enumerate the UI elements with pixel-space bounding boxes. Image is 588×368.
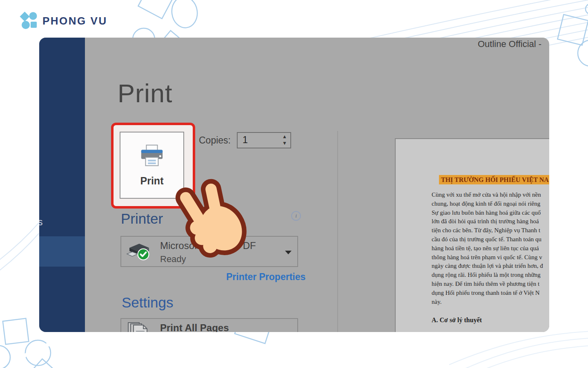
preview-subheading: A. Cơ sở lý thuyết — [432, 316, 482, 324]
printer-section-heading: Printer — [121, 211, 163, 227]
preview-line: tiện cho các bên. Từ đây, Nghiệp vụ Than… — [432, 226, 543, 235]
preview-line: dụng Hối phiếu trong thanh toán tế ở Việ… — [432, 289, 543, 298]
printer-icon — [139, 144, 165, 167]
sidebar-item-partial[interactable]: s — [39, 217, 43, 228]
brand-logo-icon — [20, 11, 38, 30]
preview-line: thông hàng hoá trên phạm vi quốc tế. Cùn… — [432, 253, 543, 262]
preview-line: Sự giao lưu buôn bán hàng hoá giữa các q… — [432, 209, 543, 218]
word-print-screenshot: Outline Official - s Print Print Copies: — [39, 38, 549, 332]
preview-line: ngày càng được thuận lợi và phát triển h… — [432, 262, 543, 271]
copies-label: Copies: — [199, 135, 231, 146]
preview-line: chung, hoạt động kinh tế đối ngoại nói r… — [432, 200, 543, 209]
print-button[interactable]: Print — [120, 132, 184, 199]
print-range-dropdown[interactable]: Print All Pages — [120, 318, 298, 332]
preview-paragraph: Cùng với xu thế mở cửa và hội nhập với n… — [432, 191, 543, 306]
page: PHONG VU Outline Official - s Print Prin… — [0, 0, 588, 368]
spinner-up-button[interactable]: ▲ — [282, 134, 287, 140]
preview-line: Cùng với xu thế mở cửa và hội nhập với n… — [432, 191, 543, 200]
printer-name: Microsoft Print to PDF — [160, 240, 256, 251]
print-range-value: Print All Pages — [160, 322, 229, 332]
preview-line: dụng rộng rãi. Hối phiếu là một trong nh… — [432, 271, 543, 280]
preview-line: hiện nay. Để tìm hiểu thêm về phương tiệ… — [432, 280, 543, 289]
sidebar-item-selected[interactable] — [39, 236, 85, 267]
panel-divider — [337, 131, 338, 332]
printer-dropdown[interactable]: Microsoft Print to PDF Ready — [120, 236, 298, 267]
copies-input[interactable] — [242, 134, 272, 146]
window-title: Outline Official - — [478, 39, 541, 49]
spinner-down-button[interactable]: ▼ — [282, 140, 287, 146]
printer-properties-link[interactable]: Printer Properties — [226, 272, 305, 283]
settings-section-heading: Settings — [122, 294, 173, 311]
preview-line: cầu đó của thị trường quốc tế. Thanh toá… — [432, 235, 543, 244]
print-all-pages-icon — [127, 321, 151, 332]
printer-status-icon — [126, 241, 153, 261]
preview-line: lớn đã đòi hỏi quá trình thị trường hàng… — [432, 217, 543, 226]
copies-spinner[interactable]: ▲ ▼ — [237, 132, 291, 148]
print-preview-page: THỊ TRƯỜNG HỐI PHIẾU VIỆT NA Cùng với xu… — [395, 138, 549, 332]
printer-status: Ready — [160, 254, 186, 265]
brand-name: PHONG VU — [42, 15, 107, 27]
print-page-title: Print — [118, 79, 173, 108]
brand-logo: PHONG VU — [20, 11, 107, 30]
spinner-arrows: ▲ ▼ — [282, 134, 287, 146]
preview-line: này. — [432, 298, 543, 307]
preview-line: hàng hoá tiền tệ, tạo nên sự liên tục củ… — [432, 244, 543, 253]
print-button-label: Print — [140, 175, 164, 187]
backstage-sidebar: s — [39, 38, 85, 332]
preview-document-title: THỊ TRƯỜNG HỐI PHIẾU VIỆT NA — [439, 175, 549, 184]
info-icon[interactable]: i — [291, 211, 301, 221]
chevron-down-icon — [285, 251, 292, 254]
